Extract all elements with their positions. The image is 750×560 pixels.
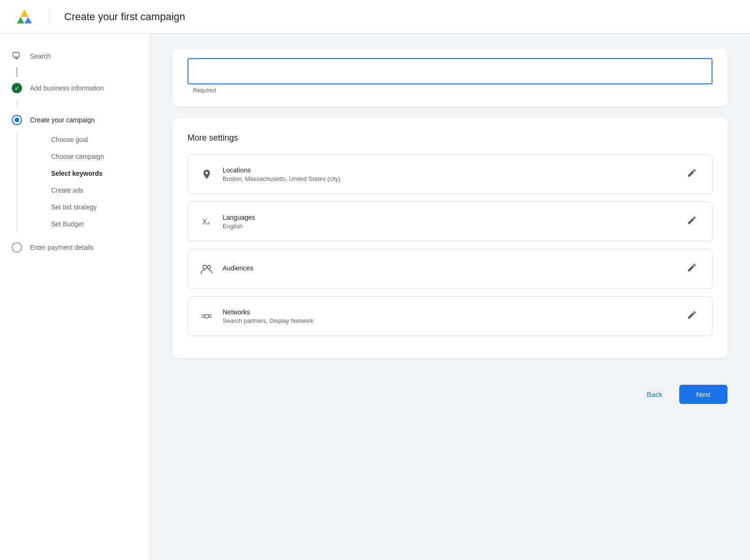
sidebar-subitem-choose-campaign[interactable]: Choose campaign <box>47 148 150 165</box>
sidebar-item-payment[interactable]: Enter payment details <box>0 236 150 259</box>
svg-rect-4 <box>13 52 19 57</box>
locations-edit-icon[interactable] <box>683 164 701 184</box>
networks-icon <box>199 309 214 324</box>
active-circle-icon <box>11 114 22 126</box>
networks-title: Networks <box>223 308 675 316</box>
location-pin-icon <box>199 167 214 182</box>
audiences-content: Audiences <box>223 264 675 273</box>
sidebar-dashed-connector <box>16 67 17 77</box>
sidebar: Search ✓ Add business information Create… <box>0 34 150 560</box>
audiences-icon <box>199 261 214 276</box>
networks-content: Networks Search partners, Display Networ… <box>223 308 675 324</box>
svg-point-10 <box>205 314 209 318</box>
more-settings-card: More settings Locations Boston, Massachu… <box>172 118 728 358</box>
check-circle-icon: ✓ <box>11 82 22 94</box>
google-ads-logo-icon <box>15 7 34 26</box>
sidebar-solid-connector <box>16 99 17 109</box>
networks-subtitle: Search partners, Display Network <box>223 317 675 324</box>
sidebar-item-business[interactable]: ✓ Add business information <box>0 77 150 99</box>
sidebar-item-business-label: Add business information <box>30 84 104 92</box>
layout: Search ✓ Add business information Create… <box>0 34 750 560</box>
header-divider <box>49 9 49 24</box>
languages-item[interactable]: Xₐ Languages English <box>188 202 712 241</box>
svg-text:Xₐ: Xₐ <box>202 218 210 226</box>
audiences-edit-icon[interactable] <box>683 259 701 279</box>
next-button[interactable]: Next <box>679 385 728 404</box>
sidebar-item-campaign[interactable]: Create your campaign <box>0 109 150 131</box>
bottom-nav: Back Next <box>172 370 728 408</box>
sidebar-subitem-create-ads[interactable]: Create ads <box>47 182 150 199</box>
audiences-item[interactable]: Audiences <box>188 249 712 289</box>
sidebar-item-campaign-label: Create your campaign <box>30 116 95 124</box>
back-button[interactable]: Back <box>638 386 672 403</box>
inactive-circle-icon <box>11 242 22 253</box>
sidebar-item-search-label: Search <box>30 52 51 60</box>
locations-title: Locations <box>223 166 675 174</box>
svg-point-8 <box>203 265 207 269</box>
locations-content: Locations Boston, Massachusetts, United … <box>223 166 675 182</box>
language-icon: Xₐ <box>199 214 214 229</box>
required-label: Required <box>188 87 712 94</box>
sidebar-item-payment-label: Enter payment details <box>30 244 93 251</box>
languages-subtitle: English <box>223 223 675 230</box>
header: Create your first campaign <box>0 0 750 34</box>
sidebar-subitem-set-budget[interactable]: Set Budget <box>47 216 150 232</box>
sidebar-item-search[interactable]: Search <box>0 45 150 67</box>
networks-edit-icon[interactable] <box>683 306 701 326</box>
required-field-card: Required <box>172 49 728 107</box>
locations-subtitle: Boston, Massachusetts, United States (ci… <box>223 175 675 182</box>
svg-point-9 <box>208 265 211 269</box>
languages-edit-icon[interactable] <box>683 211 701 231</box>
networks-item[interactable]: Networks Search partners, Display Networ… <box>188 296 712 336</box>
search-icon <box>11 51 22 62</box>
audiences-title: Audiences <box>223 264 675 272</box>
sidebar-subitem-set-bid[interactable]: Set bid strategy <box>47 199 150 216</box>
sidebar-subitem-choose-goal[interactable]: Choose goal <box>47 131 150 148</box>
main-content: Required More settings Locations Boston,… <box>150 34 750 560</box>
locations-item[interactable]: Locations Boston, Massachusetts, United … <box>188 154 712 194</box>
logo-area: Create your first campaign <box>15 7 185 26</box>
svg-marker-2 <box>17 17 24 23</box>
more-settings-title: More settings <box>188 133 712 143</box>
page-title: Create your first campaign <box>64 11 185 23</box>
languages-content: Languages English <box>223 214 675 230</box>
languages-title: Languages <box>223 214 675 221</box>
campaign-subitems: Choose goal Choose campaign Select keywo… <box>16 131 150 232</box>
svg-marker-3 <box>24 17 32 23</box>
required-input[interactable] <box>188 58 712 84</box>
sidebar-subitem-select-keywords[interactable]: Select keywords <box>47 165 150 182</box>
svg-marker-1 <box>21 9 28 17</box>
